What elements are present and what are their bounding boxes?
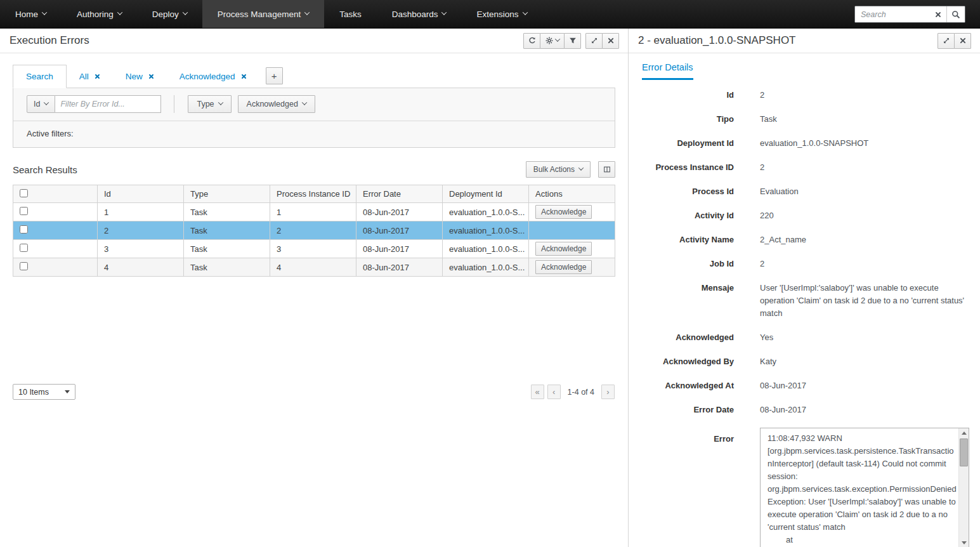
search-input[interactable]: [855, 6, 930, 22]
select-all-checkbox[interactable]: [20, 189, 28, 197]
row-checkbox[interactable]: [20, 244, 28, 252]
prev-page-button[interactable]: ‹: [547, 385, 561, 399]
field-label: Process Id: [629, 185, 734, 198]
tab-search[interactable]: Search: [13, 65, 67, 88]
nav-item-deploy[interactable]: Deploy: [137, 0, 202, 28]
cell-process-instance-id: 3: [270, 240, 356, 258]
close-tab-icon[interactable]: [95, 74, 100, 79]
type-filter-label: Type: [197, 100, 214, 109]
close-panel-button[interactable]: [602, 33, 619, 49]
first-page-button[interactable]: «: [531, 385, 544, 399]
close-icon: [959, 37, 967, 44]
acknowledge-button[interactable]: Acknowledge: [535, 242, 592, 256]
details-tabs: Error Details: [629, 53, 980, 80]
navbar-spacer: [542, 0, 854, 28]
nav-item-extensions[interactable]: Extensions: [461, 0, 542, 28]
field-acknowledged: AcknowledgedYes: [629, 331, 980, 344]
tab-label: New: [126, 72, 143, 81]
add-tab-button[interactable]: +: [266, 67, 283, 84]
nav-item-label: Extensions: [476, 10, 518, 19]
tab-acknowledged[interactable]: Acknowledged: [167, 65, 259, 88]
chevron-down-icon: [117, 10, 122, 15]
filter-funnel-icon: [569, 37, 577, 44]
divider: [174, 95, 174, 113]
cell-error-date: 08-Jun-2017: [356, 221, 443, 240]
close-tab-icon[interactable]: [241, 74, 247, 79]
nav-item-authoring[interactable]: Authoring: [62, 0, 137, 28]
settings-dropdown-button[interactable]: [540, 33, 565, 49]
refresh-button[interactable]: [523, 33, 540, 49]
table-row-selected[interactable]: 2 Task 2 08-Jun-2017 evaluation_1.0.0-S.…: [13, 221, 615, 240]
row-checkbox[interactable]: [20, 225, 28, 234]
select-caret-icon: [65, 390, 70, 393]
expand-panel-button[interactable]: [938, 33, 955, 49]
nav-item-process-management[interactable]: Process Management: [202, 0, 324, 28]
next-page-button[interactable]: ›: [601, 385, 615, 399]
nav-item-home[interactable]: Home: [0, 0, 62, 28]
clear-search-icon[interactable]: [930, 6, 946, 22]
type-filter-dropdown[interactable]: Type: [188, 95, 231, 113]
search-results-header: Search Results Bulk Actions: [13, 161, 615, 178]
acknowledge-button[interactable]: Acknowledge: [535, 205, 592, 219]
expand-panel-button[interactable]: [585, 33, 603, 49]
pager-controls: « ‹ 1-4 of 4 ›: [531, 385, 615, 399]
field-value: 08-Jun-2017: [760, 379, 970, 392]
filter-field-dropdown[interactable]: Id: [27, 95, 55, 113]
close-tab-icon[interactable]: [148, 74, 154, 79]
field-value: evaluation_1.0.0-SNAPSHOT: [760, 137, 970, 150]
scrollbar[interactable]: [958, 428, 969, 547]
tab-label: All: [79, 72, 89, 81]
page-size-select[interactable]: 10 Items: [13, 384, 75, 400]
select-all-cell: [13, 185, 98, 203]
bulk-actions-dropdown[interactable]: Bulk Actions: [526, 161, 591, 178]
chevron-down-icon: [183, 10, 188, 15]
cell-deployment-id: evaluation_1.0.0-S...: [443, 203, 529, 221]
field-mensaje: MensajeUser '[UserImpl:'salaboy']' was u…: [629, 282, 980, 320]
error-details-panel: 2 - evaluation_1.0.0-SNAPSHOT Error Deta…: [629, 29, 980, 547]
cell-type: Task: [184, 258, 270, 277]
scroll-up-button[interactable]: [959, 428, 969, 438]
main-content: Execution Errors: [0, 29, 980, 547]
close-panel-button[interactable]: [954, 33, 971, 49]
active-filters-label: Active filters:: [13, 121, 615, 147]
field-label: Deployment Id: [629, 137, 734, 150]
nav-item-dashboards[interactable]: Dashboards: [377, 0, 462, 28]
error-id-filter-input[interactable]: [55, 95, 161, 113]
field-label: Acknowledged By: [629, 355, 734, 368]
tab-all[interactable]: All: [67, 65, 113, 88]
cell-deployment-id: evaluation_1.0.0-S...: [443, 221, 529, 240]
error-stacktrace-textarea[interactable]: 11:08:47,932 WARN [org.jbpm.services.tas…: [760, 428, 969, 547]
search-icon[interactable]: [946, 6, 965, 22]
table-row[interactable]: 1 Task 1 08-Jun-2017 evaluation_1.0.0-S.…: [13, 203, 615, 221]
nav-item-label: Deploy: [152, 10, 179, 19]
field-activity-id: Activity Id220: [629, 209, 980, 222]
column-settings-button[interactable]: [598, 161, 615, 178]
column-header-process-instance-id: Process Instance ID: [270, 185, 356, 203]
acknowledge-button[interactable]: Acknowledge: [535, 260, 592, 274]
table-row[interactable]: 4 Task 4 08-Jun-2017 evaluation_1.0.0-S.…: [13, 258, 615, 277]
column-header-id: Id: [98, 185, 184, 203]
field-label: Error Date: [629, 404, 734, 416]
field-value: Evaluation: [760, 185, 970, 198]
gear-icon: [546, 37, 553, 44]
nav-item-tasks[interactable]: Tasks: [324, 0, 377, 28]
chevron-down-icon: [44, 100, 49, 105]
tab-error-details[interactable]: Error Details: [642, 62, 693, 80]
tab-new[interactable]: New: [113, 65, 167, 88]
acknowledged-filter-dropdown[interactable]: Acknowledged: [238, 95, 315, 113]
field-job-id: Job Id2: [629, 258, 980, 270]
field-acknowledged-by: Acknowledged ByKaty: [629, 355, 980, 368]
scroll-down-button[interactable]: [959, 538, 969, 547]
tab-label: Search: [26, 72, 53, 81]
scrollbar-thumb[interactable]: [960, 438, 968, 466]
chevron-down-icon: [441, 10, 447, 15]
expand-icon: [591, 37, 598, 44]
field-label: Id: [629, 89, 734, 102]
error-details-title: 2 - evaluation_1.0.0-SNAPSHOT: [638, 34, 796, 47]
expand-icon: [943, 37, 950, 44]
row-checkbox[interactable]: [20, 207, 28, 215]
filter-button[interactable]: [564, 33, 581, 49]
table-row[interactable]: 3 Task 3 08-Jun-2017 evaluation_1.0.0-S.…: [13, 240, 615, 258]
row-checkbox[interactable]: [20, 262, 28, 270]
error-stacktrace-text: 11:08:47,932 WARN [org.jbpm.services.tas…: [761, 428, 958, 547]
